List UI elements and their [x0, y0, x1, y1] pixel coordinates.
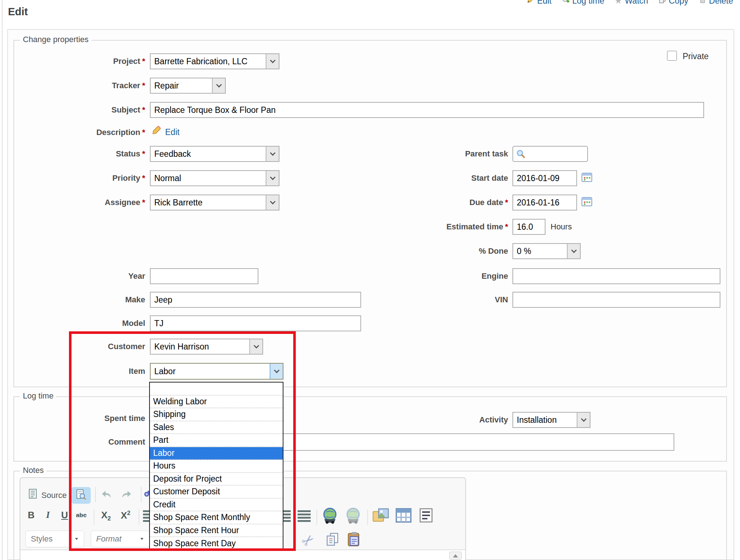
status-select-arrow[interactable]	[266, 147, 279, 161]
item-select-arrow[interactable]	[270, 364, 283, 379]
project-label: Project*	[7, 57, 145, 66]
activity-select-arrow[interactable]	[577, 413, 590, 427]
paste-icon[interactable]	[347, 531, 361, 549]
item-dropdown-option[interactable]: Shop Space Rent Hour	[150, 524, 283, 537]
horizontal-rule-icon[interactable]	[419, 508, 433, 524]
calendar-icon[interactable]	[581, 196, 592, 208]
redmine-issue-edit-page: { "page": { "title": "Edit" }, "top_tool…	[0, 0, 740, 560]
tracker-label: Tracker*	[7, 81, 145, 90]
redo-icon[interactable]	[121, 490, 132, 500]
copy-icon[interactable]	[325, 532, 340, 548]
edit-link-label: Edit	[537, 0, 552, 6]
italic-button[interactable]: I	[41, 510, 55, 520]
trash-icon	[699, 0, 707, 6]
toolbar-separator	[367, 510, 368, 525]
description-label: Description*	[7, 128, 145, 137]
engine-input[interactable]	[512, 268, 720, 284]
table-icon[interactable]	[396, 508, 412, 524]
copy-link[interactable]: Copy	[658, 0, 688, 6]
priority-select-arrow[interactable]	[266, 171, 279, 185]
toolbar-separator	[139, 510, 139, 525]
globe-car-disabled-icon[interactable]	[345, 507, 361, 526]
delete-link[interactable]: Delete	[699, 0, 733, 6]
source-button-label[interactable]: Source	[41, 491, 67, 500]
source-icon[interactable]	[28, 489, 38, 501]
description-edit-link[interactable]: Edit	[165, 127, 180, 137]
model-input[interactable]	[150, 315, 361, 331]
estimated-time-input[interactable]	[512, 219, 545, 235]
status-select[interactable]: Feedback	[150, 146, 279, 162]
vin-input[interactable]	[512, 292, 720, 308]
item-dropdown-option[interactable]	[150, 383, 283, 396]
project-select-arrow[interactable]	[266, 54, 279, 69]
make-label: Make	[7, 295, 145, 304]
subject-input[interactable]	[150, 102, 704, 118]
justify-block-icon[interactable]	[298, 510, 311, 512]
scroll-up-button[interactable]	[449, 552, 462, 560]
subscript-button[interactable]: X2	[99, 510, 113, 522]
image-icon[interactable]	[372, 508, 389, 525]
item-dropdown-option[interactable]: Shipping	[150, 408, 283, 421]
project-select[interactable]: Barrette Fabrication, LLC	[150, 53, 279, 69]
start-date-input[interactable]	[512, 170, 577, 186]
item-dropdown-option[interactable]: Credit	[150, 499, 283, 512]
percent-done-select[interactable]: 0 %	[512, 243, 581, 259]
edit-link[interactable]: Edit	[527, 0, 552, 6]
priority-label: Priority*	[7, 173, 145, 183]
private-checkbox[interactable]	[667, 51, 677, 61]
bold-button[interactable]: B	[24, 510, 38, 521]
subject-label: Subject*	[7, 105, 145, 115]
format-combo[interactable]: Format	[91, 531, 150, 547]
underline-button[interactable]: U	[57, 510, 72, 521]
make-input[interactable]	[150, 292, 361, 308]
log-time-link[interactable]: Log time	[562, 0, 604, 6]
item-label: Item	[7, 367, 145, 376]
parent-task-input[interactable]	[512, 146, 588, 162]
pencil-icon	[151, 125, 162, 137]
star-icon: ★	[614, 0, 622, 4]
item-dropdown-option[interactable]: Welding Labor	[150, 396, 283, 409]
tracker-select-arrow[interactable]	[212, 78, 225, 93]
customer-select-value: Kevin Harrison	[154, 342, 209, 352]
pencil-icon	[527, 0, 535, 6]
change-properties-legend: Change properties	[20, 35, 91, 44]
item-dropdown-list: Welding Labor Shipping Sales Part Labor …	[149, 382, 283, 551]
percent-done-arrow[interactable]	[567, 244, 580, 258]
assignee-select-arrow[interactable]	[266, 195, 279, 210]
watch-link[interactable]: ★ Watch	[614, 0, 648, 6]
superscript-button[interactable]: X2	[118, 510, 133, 521]
item-dropdown-option[interactable]: Shop Space Rent Day	[150, 537, 283, 550]
item-select[interactable]: Labor	[150, 363, 283, 380]
page-title: Edit	[8, 6, 28, 18]
item-dropdown-option[interactable]: Labor	[150, 447, 283, 460]
log-time-legend: Log time	[20, 391, 56, 401]
undo-icon[interactable]	[101, 490, 112, 500]
customer-select-arrow[interactable]	[249, 339, 262, 354]
spent-time-label: Spent time	[7, 414, 145, 423]
item-dropdown-option[interactable]: Deposit for Project	[150, 473, 283, 486]
styles-combo[interactable]: Styles	[25, 531, 84, 547]
strikethrough-button[interactable]: abc	[74, 512, 89, 519]
customer-select[interactable]: Kevin Harrison	[150, 339, 263, 355]
triangle-up-icon	[453, 554, 458, 557]
item-dropdown-option[interactable]: Customer Deposit	[150, 486, 283, 499]
engine-label: Engine	[370, 271, 508, 281]
search-icon	[516, 149, 526, 161]
chevron-down-icon	[140, 538, 143, 540]
calendar-icon[interactable]	[581, 172, 592, 184]
globe-car-icon[interactable]	[322, 507, 338, 526]
item-dropdown-option[interactable]: Hours	[150, 460, 283, 473]
preview-button[interactable]	[71, 487, 91, 504]
priority-select[interactable]: Normal	[150, 170, 279, 186]
parent-task-label: Parent task	[370, 149, 508, 159]
item-dropdown-option[interactable]: Sales	[150, 421, 283, 434]
item-dropdown-option[interactable]: Shop Space Rent Monthly	[150, 511, 283, 524]
year-input[interactable]	[150, 268, 258, 284]
activity-select[interactable]: Installation	[512, 412, 590, 428]
tracker-select[interactable]: Repair	[150, 78, 226, 94]
item-dropdown-option[interactable]: Part	[150, 434, 283, 447]
editor-content-area[interactable]	[20, 549, 465, 560]
due-date-input[interactable]	[512, 195, 577, 210]
assignee-select[interactable]: Rick Barrette	[150, 195, 279, 210]
year-label: Year	[7, 271, 145, 281]
